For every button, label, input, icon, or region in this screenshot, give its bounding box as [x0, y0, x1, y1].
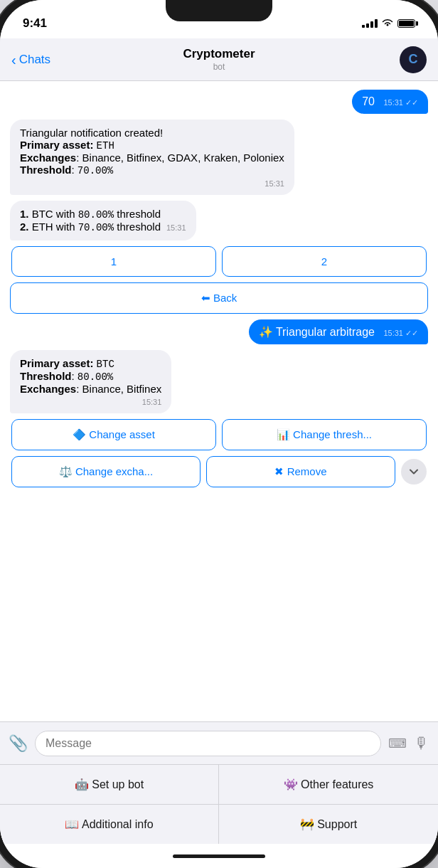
change-asset-button[interactable]: 🔷 Change asset: [11, 419, 216, 450]
msg-time: 15:31 ✓✓: [383, 98, 418, 107]
back-label: Chats: [19, 53, 50, 67]
wifi-icon: [382, 18, 393, 29]
msg-time: 15:31: [142, 398, 162, 406]
mic-icon[interactable]: 🎙: [414, 734, 429, 753]
msg-line: 2. ETH with 70.00% threshold 15:31: [20, 221, 186, 233]
additional-info-button[interactable]: 📖 Additional info: [0, 805, 219, 844]
other-features-button[interactable]: 👾 Other features: [219, 765, 438, 805]
home-indicator: [0, 844, 438, 868]
change-buttons-row-2: ⚖️ Change excha... ✖ Remove: [10, 456, 428, 487]
change-buttons-row-1: 🔷 Change asset 📊 Change thresh...: [10, 419, 428, 450]
msg-line: Exchanges: Binance, Bitfinex, GDAX, Krak…: [20, 152, 284, 164]
status-time: 9:41: [20, 16, 47, 31]
back-button[interactable]: ‹ Chats: [11, 53, 50, 67]
nav-center: Cryptometer bot: [183, 47, 255, 71]
support-button[interactable]: 🚧 Support: [219, 805, 438, 844]
nav-bar: ‹ Chats Cryptometer bot C: [0, 38, 438, 81]
msg-line: 1. BTC with 80.00% threshold: [20, 208, 186, 221]
notch: [166, 0, 272, 21]
avatar[interactable]: C: [400, 46, 427, 73]
nav-title: Cryptometer: [183, 47, 255, 61]
msg-line: Exchanges: Binance, Bitfinex: [20, 383, 161, 395]
expand-button[interactable]: [401, 459, 427, 485]
msg-line: Threshold: 70.00%: [20, 164, 284, 176]
status-icons: [362, 18, 418, 29]
message-input[interactable]: [35, 731, 381, 756]
set-up-bot-button[interactable]: 🤖 Set up bot: [0, 765, 219, 805]
attach-icon[interactable]: 📎: [9, 734, 28, 753]
change-threshold-button[interactable]: 📊 Change thresh...: [222, 419, 427, 450]
msg-text: 70: [362, 95, 375, 107]
msg-text: ✨ Triangular arbitrage: [259, 326, 375, 338]
home-bar: [173, 854, 265, 858]
msg-line: Primary asset: ETH: [20, 139, 284, 152]
msg-time: 15:31: [166, 223, 186, 232]
msg-time: 15:31: [265, 179, 284, 188]
msg-line: Threshold: 80.00%: [20, 370, 161, 383]
message-sent-triangular: ✨ Triangular arbitrage 15:31 ✓✓: [249, 319, 428, 344]
bottom-grid: 🤖 Set up bot 👾 Other features 📖 Addition…: [0, 764, 438, 844]
msg-time: 15:31 ✓✓: [383, 329, 418, 337]
nav-subtitle: bot: [183, 62, 255, 72]
keyboard-icon[interactable]: ⌨: [388, 736, 407, 751]
signal-icon: [362, 19, 378, 28]
msg-line: Triangular notification created!: [20, 127, 284, 139]
number-buttons-row: 1 2: [10, 246, 428, 277]
input-bar: 📎 ⌨ 🎙: [0, 721, 438, 764]
remove-button[interactable]: ✖ Remove: [206, 456, 395, 487]
button-2[interactable]: 2: [222, 246, 427, 277]
message-notification-created: Triangular notification created! Primary…: [10, 120, 294, 195]
message-btc-details: Primary asset: BTC Threshold: 80.00% Exc…: [10, 350, 171, 413]
chat-area: 70 15:31 ✓✓ Triangular notification crea…: [0, 81, 438, 721]
button-1[interactable]: 1: [11, 246, 216, 277]
change-exchange-button[interactable]: ⚖️ Change excha...: [11, 456, 201, 487]
phone-frame: 9:41 ‹ Chats: [0, 0, 438, 868]
back-chevron-icon: ‹: [11, 53, 16, 67]
msg-line: Primary asset: BTC: [20, 357, 161, 370]
message-list: 1. BTC with 80.00% threshold 2. ETH with…: [10, 201, 196, 240]
battery-icon: [397, 19, 415, 28]
back-full-button[interactable]: ⬅ Back: [10, 282, 428, 314]
back-button-row: ⬅ Back: [10, 282, 428, 314]
message-sent-70: 70 15:31 ✓✓: [352, 90, 428, 114]
chevron-down-icon: [409, 467, 419, 477]
